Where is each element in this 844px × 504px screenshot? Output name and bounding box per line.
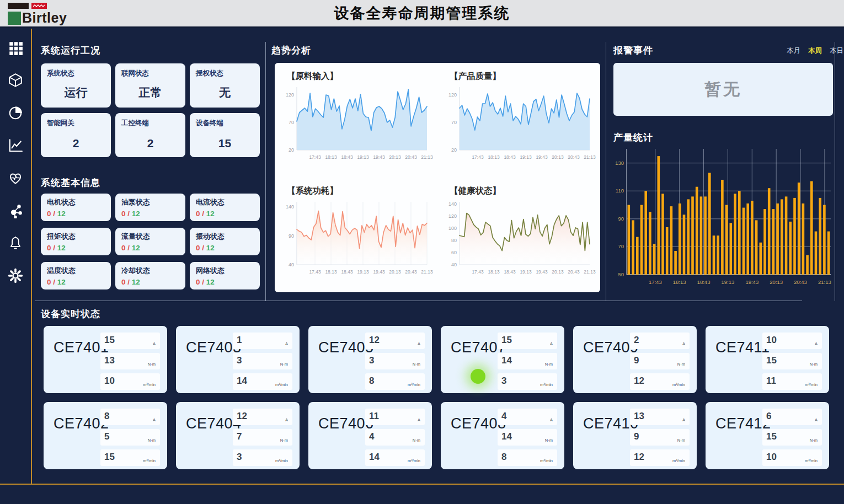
- svg-text:90: 90: [289, 233, 294, 239]
- svg-text:140: 140: [286, 204, 294, 210]
- device-metric-unit: m³/min: [805, 382, 818, 387]
- device-metric-unit: A: [285, 417, 288, 422]
- svg-text:120: 120: [286, 92, 294, 98]
- divider-devices: [35, 301, 802, 301]
- svg-text:18:43: 18:43: [341, 269, 353, 275]
- svg-text:18:13: 18:13: [325, 269, 337, 275]
- basic-info-card: 冷却状态 0 / 12: [115, 262, 185, 289]
- line-chart-icon[interactable]: [7, 137, 24, 154]
- device-card[interactable]: CE7410 13 A 9 N·m 12 m³/min: [573, 402, 697, 469]
- device-metric-row: 9 N·m: [630, 429, 690, 446]
- status-card-value: 运行: [41, 85, 111, 100]
- device-metric-row: 1 A: [233, 333, 292, 349]
- status-card: 工控终端 2: [115, 113, 185, 157]
- device-metric-row: 15 m³/min: [100, 449, 160, 466]
- device-running-indicator: [471, 369, 485, 384]
- svg-text:19:13: 19:13: [357, 154, 369, 160]
- status-card-value: 2: [41, 137, 111, 150]
- section-title-system-status: 系统运行工况: [41, 44, 100, 57]
- device-metric-unit: A: [418, 417, 420, 422]
- svg-text:60: 60: [451, 250, 457, 255]
- device-metric-unit: N·m: [810, 438, 818, 443]
- device-card[interactable]: CE7404 12 A 7 N·m 3 m³/min: [176, 402, 300, 469]
- svg-text:19:13: 19:13: [722, 279, 735, 285]
- device-card[interactable]: CE7409 2 A 9 N·m 12 m³/min: [573, 326, 697, 393]
- svg-text:21:13: 21:13: [421, 269, 433, 275]
- sidebar-nav: [0, 29, 32, 484]
- device-metric-value: 14: [369, 452, 380, 463]
- svg-text:20:43: 20:43: [405, 269, 417, 275]
- device-card[interactable]: CE7402 8 A 5 N·m 15 m³/min: [44, 402, 167, 469]
- device-card[interactable]: CE7401 15 A 13 N·m 10 m³/min: [44, 326, 167, 393]
- health-heart-icon[interactable]: [7, 170, 24, 186]
- device-metric-row: 10 A: [762, 333, 822, 349]
- device-metric-value: 8: [104, 411, 109, 422]
- svg-text:40: 40: [451, 262, 457, 267]
- device-metric-value: 7: [237, 431, 242, 442]
- alarm-tab-month[interactable]: 本月: [787, 46, 800, 56]
- device-metric-value: 9: [634, 355, 639, 366]
- svg-text:20:13: 20:13: [552, 269, 564, 275]
- device-metric-row: 3 m³/min: [498, 373, 557, 390]
- section-title-trend: 趋势分析: [271, 44, 311, 57]
- gear-icon[interactable]: [7, 267, 24, 284]
- svg-text:18:43: 18:43: [504, 269, 516, 275]
- status-card: 联网状态 正常: [115, 63, 185, 108]
- svg-text:17:43: 17:43: [309, 269, 321, 275]
- section-title-devices: 设备实时状态: [41, 308, 100, 320]
- svg-text:19:43: 19:43: [536, 154, 548, 160]
- device-card[interactable]: CE7403 1 A 3 N·m 14 m³/min: [176, 326, 300, 393]
- svg-text:21:13: 21:13: [584, 269, 596, 275]
- status-card: 智能网关 2: [41, 113, 111, 157]
- device-metric-row: 14 m³/min: [233, 373, 292, 390]
- device-card[interactable]: CE7411 10 A 15 N·m 11 m³/min: [706, 326, 829, 393]
- basic-info-card: 扭矩状态 0 / 12: [41, 228, 111, 255]
- apps-grid-icon[interactable]: [7, 40, 24, 56]
- device-metric-row: 12 m³/min: [630, 373, 690, 390]
- molecule-icon[interactable]: [7, 202, 24, 219]
- device-metric-value: 3: [369, 355, 374, 366]
- bell-icon[interactable]: [7, 235, 24, 251]
- device-metric-unit: m³/min: [540, 458, 553, 463]
- device-metric-value: 15: [766, 431, 777, 442]
- device-metric-unit: N·m: [545, 362, 553, 367]
- device-metric-unit: m³/min: [275, 458, 288, 463]
- status-card-label: 工控终端: [121, 119, 149, 128]
- device-metric-row: 10 m³/min: [762, 449, 822, 466]
- device-card[interactable]: CE7407 15 A 14 N·m 3 m³/min: [441, 326, 564, 393]
- svg-text:20: 20: [289, 147, 294, 153]
- device-metric-row: 8 A: [100, 409, 160, 425]
- basic-card-count: 0 / 12: [121, 244, 140, 252]
- device-metric-row: 15 N·m: [762, 429, 822, 446]
- status-card-label: 授权状态: [196, 69, 223, 78]
- device-metric-value: 12: [634, 452, 644, 463]
- device-metric-value: 5: [104, 431, 109, 442]
- alarm-tab-week[interactable]: 本周: [808, 46, 822, 56]
- device-card[interactable]: CE7406 11 A 4 N·m 14 m³/min: [308, 402, 432, 469]
- basic-card-count: 0 / 12: [47, 210, 66, 218]
- mini-chart-system-power: 【系统功耗】409014017:4318:1318:4319:1319:4320…: [275, 178, 437, 292]
- device-metric-row: 4 N·m: [365, 429, 425, 446]
- section-title-basic-info: 系统基本信息: [41, 176, 100, 189]
- basic-info-card: 电机状态 0 / 12: [41, 194, 111, 221]
- device-metric-value: 6: [766, 411, 771, 422]
- device-metric-value: 15: [104, 335, 115, 346]
- device-metric-value: 10: [766, 452, 777, 463]
- svg-text:17:43: 17:43: [472, 154, 484, 160]
- cube-3d-icon[interactable]: [7, 72, 24, 89]
- device-metric-row: 8 m³/min: [365, 373, 425, 390]
- device-card[interactable]: CE7408 4 A 14 N·m 8 m³/min: [441, 402, 564, 469]
- logo-text: Birtley: [22, 10, 67, 26]
- svg-text:19:43: 19:43: [373, 154, 385, 160]
- device-metric-unit: N·m: [148, 438, 156, 443]
- device-card[interactable]: CE7405 12 A 3 N·m 8 m³/min: [308, 326, 432, 393]
- device-metric-value: 12: [369, 335, 380, 346]
- svg-text:70: 70: [289, 120, 294, 125]
- device-metric-row: 12 A: [233, 409, 292, 425]
- device-card[interactable]: CE7412 6 A 15 N·m 10 m³/min: [706, 402, 829, 469]
- alarm-tab-day[interactable]: 本日: [830, 46, 843, 56]
- mini-chart-title: 【健康状态】: [450, 185, 501, 197]
- device-metric-value: 11: [369, 411, 379, 422]
- pie-chart-icon[interactable]: [7, 105, 24, 121]
- svg-text:19:43: 19:43: [536, 269, 548, 275]
